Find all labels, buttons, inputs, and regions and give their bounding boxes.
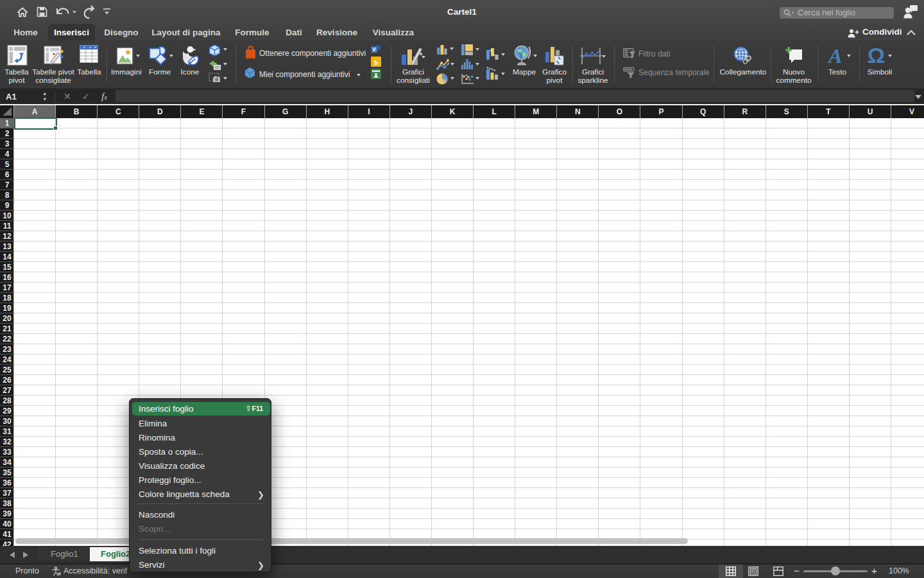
- svg-text:V: V: [372, 46, 376, 53]
- svg-text:Ω: Ω: [868, 46, 885, 66]
- svg-text:b: b: [374, 58, 378, 66]
- svg-text:A: A: [827, 46, 842, 65]
